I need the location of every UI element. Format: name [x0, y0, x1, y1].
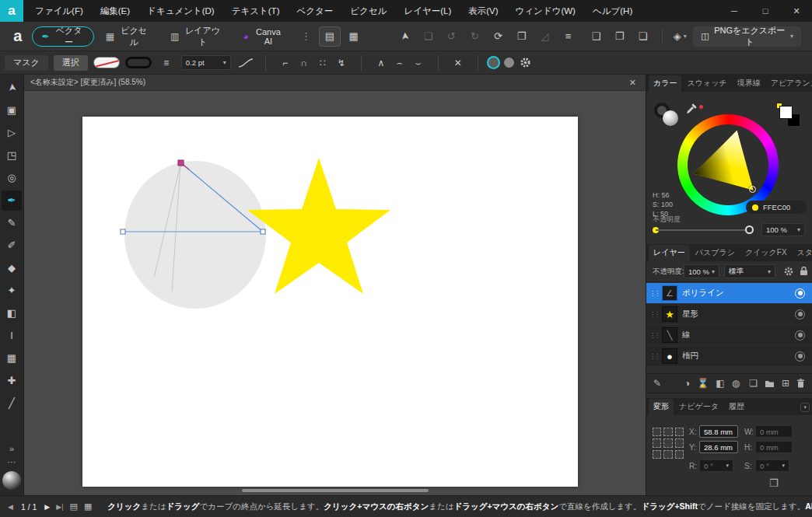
stroke-width-dropdown[interactable]: 0.2 pt ▾ — [181, 55, 231, 70]
more-tools-icon[interactable]: » — [9, 444, 14, 453]
layers-panel-tab[interactable]: レイヤー — [649, 245, 690, 261]
color-ball-icon[interactable] — [2, 471, 21, 490]
menu-item[interactable]: レイヤー(L) — [395, 0, 460, 22]
grid-icon[interactable]: ⊞ — [782, 378, 789, 389]
shape-tool[interactable]: ✦ — [2, 281, 22, 301]
persona-canva-button[interactable]: ◕ Canva AI — [233, 26, 293, 47]
layers-panel-tab[interactable]: クイックFX — [740, 245, 792, 261]
canvas[interactable] — [24, 91, 646, 495]
minimize-button[interactable]: ─ — [719, 0, 750, 22]
transform-panel-tab[interactable]: 履歴 — [724, 399, 749, 415]
visibility-toggle[interactable] — [795, 309, 805, 320]
sharp-node-icon[interactable]: ∧ — [372, 54, 390, 72]
anchor-point[interactable] — [675, 438, 684, 447]
opacity-value-box[interactable]: 100 % ▾ — [761, 223, 805, 236]
blend-gear-icon[interactable] — [783, 266, 794, 277]
persona-vector-button[interactable]: ✒ ベクター — [32, 26, 94, 47]
lock-icon[interactable] — [800, 266, 808, 276]
drag-handle-icon[interactable]: ⋮⋮ — [649, 311, 657, 318]
polyline-node-left[interactable] — [121, 229, 125, 234]
page-grid-icon[interactable]: ▦ — [84, 501, 92, 512]
primary-swatch[interactable] — [779, 106, 793, 119]
flood-fill-tool[interactable]: ◧ — [2, 303, 22, 323]
last-page-button[interactable]: ▶| — [56, 503, 63, 511]
persona-layout-button[interactable]: ▥ レイアウト — [160, 26, 231, 47]
menu-item[interactable]: テキスト(T) — [223, 0, 289, 22]
drag-handle-icon[interactable]: ⋮⋮ — [649, 332, 657, 339]
opacity-slider-track[interactable] — [656, 229, 752, 231]
contour-tool[interactable]: ◳ — [2, 145, 22, 166]
horizontal-scrollbar[interactable] — [242, 489, 429, 492]
color-selector-dot[interactable] — [749, 186, 756, 193]
layer-row[interactable]: ⋮⋮ 線 — [646, 325, 812, 345]
polyline-node-active[interactable] — [178, 160, 184, 166]
color-panel-tab[interactable]: スウォッチ — [682, 75, 731, 92]
panel-options-icon[interactable]: ❐ — [769, 477, 779, 489]
menu-item[interactable]: ウィンドウ(W) — [507, 0, 584, 22]
snap-circle-active-icon[interactable] — [488, 58, 499, 68]
edit-all-layers-icon[interactable]: ✎ — [653, 378, 661, 389]
vector-crop-tool[interactable]: I — [2, 326, 22, 346]
insertion-options-icon[interactable]: ≡ — [557, 26, 580, 47]
fill-swatch[interactable] — [93, 57, 120, 68]
opacity-slider[interactable] — [653, 225, 755, 236]
layer-row[interactable]: ⋮⋮ ポリライン — [646, 283, 812, 303]
adjustment-icon[interactable]: ◑ — [684, 378, 690, 389]
move-forward-icon[interactable]: ❐ — [608, 26, 632, 47]
stroke-swatch[interactable] — [125, 57, 152, 68]
color-panel-tab[interactable]: アピアランス — [766, 75, 812, 92]
opacity-slider-knob[interactable] — [745, 225, 754, 234]
r-input[interactable]: 0 °▾ — [699, 459, 733, 472]
export-button[interactable]: ◫ PNGをエクスポート ▾ — [693, 26, 801, 47]
visibility-toggle[interactable] — [795, 330, 805, 341]
drag-handle-icon[interactable]: ⋮⋮ — [649, 290, 657, 297]
menu-item[interactable]: ヘルプ(H) — [584, 0, 641, 22]
y-input[interactable]: 28.6 mm — [699, 441, 738, 453]
rotate-cw-icon[interactable]: ↻ — [464, 26, 487, 47]
menu-item[interactable]: 表示(V) — [460, 0, 506, 22]
visibility-toggle[interactable] — [795, 288, 805, 299]
move-tool[interactable]: ➤ — [2, 78, 22, 98]
pressure-curve-icon[interactable] — [236, 54, 255, 72]
node-tool[interactable]: ▷ — [2, 123, 22, 143]
h-input[interactable]: 0 mm — [755, 441, 793, 453]
anchor-point[interactable] — [663, 438, 672, 447]
star-shape[interactable] — [247, 158, 390, 294]
new-layer-icon[interactable]: ❏ — [749, 378, 758, 389]
select-button[interactable]: 選択 — [54, 55, 88, 71]
anchor-point[interactable] — [663, 428, 672, 436]
fill-layer-icon[interactable]: ◍ — [732, 378, 740, 389]
close-button[interactable]: ✕ — [781, 0, 812, 22]
s-input[interactable]: 0 °▾ — [755, 459, 789, 472]
place-image-tool[interactable]: ▦ — [2, 348, 22, 369]
pen-tool[interactable]: ✒ — [2, 190, 22, 211]
menu-item[interactable]: 編集(E) — [92, 0, 138, 22]
layers-panel-tab[interactable]: パスブラシ — [691, 245, 740, 261]
menu-item[interactable]: ファイル(F) — [26, 0, 92, 22]
layers-panel-tab[interactable]: スタイル — [793, 245, 812, 261]
smooth-node-icon[interactable]: ⌢ — [390, 54, 409, 72]
anchor-selector[interactable] — [653, 428, 684, 459]
smart-node-icon[interactable]: ⌣ — [409, 54, 428, 72]
transform-panel-tab[interactable]: ナビゲータ — [674, 399, 723, 415]
live-filter-icon[interactable]: ⌛ — [697, 378, 709, 389]
duplicate-icon[interactable]: ❐ — [510, 26, 534, 47]
transform-panel-tab[interactable]: 変形 — [649, 399, 674, 415]
hex-value-box[interactable]: FFEC00 — [746, 201, 807, 214]
point-transform-tool[interactable]: ◎ — [2, 168, 22, 188]
artboard-tool[interactable]: ▣ — [2, 100, 22, 121]
more-personas-icon[interactable]: ⋮ — [296, 30, 317, 42]
pattern-tool[interactable]: ✚ — [2, 371, 22, 391]
drag-handle-icon[interactable]: ⋮⋮ — [649, 353, 657, 360]
cycle-selection-icon[interactable]: ⟳ — [487, 26, 510, 47]
maximize-button[interactable]: □ — [750, 0, 781, 22]
w-input[interactable]: 0 mm — [755, 425, 793, 438]
mask-icon[interactable]: ◧ — [716, 378, 724, 389]
move-to-front-icon[interactable]: ❑ — [585, 26, 608, 47]
placement-icon[interactable]: ❏ — [417, 26, 440, 47]
layer-row[interactable]: ⋮⋮ 星形 — [646, 304, 812, 324]
anchor-point[interactable] — [653, 438, 661, 447]
color-panel-tab[interactable]: カラー — [649, 75, 681, 92]
ellipse-shape[interactable] — [124, 161, 266, 309]
single-page-icon[interactable]: ▤ — [70, 501, 78, 512]
